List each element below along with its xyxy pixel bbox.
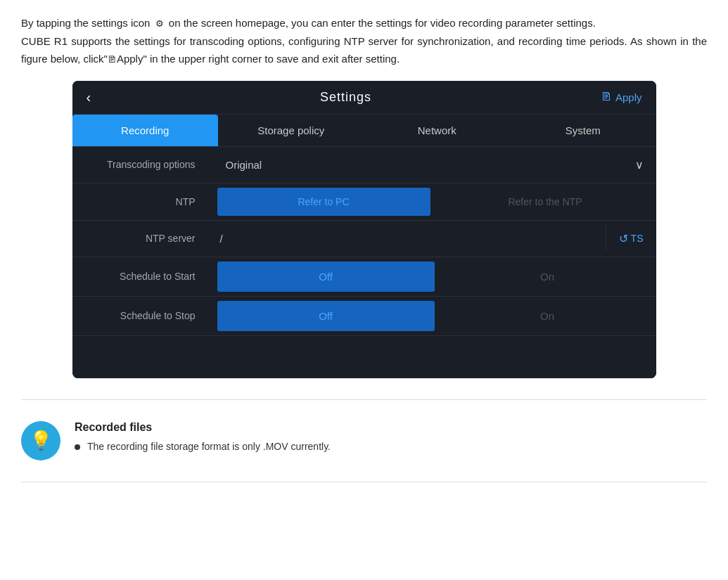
transcoding-row: Transcoding options Original ∨	[72, 147, 656, 183]
tab-network-label: Network	[418, 124, 456, 136]
schedule-start-controls: Off On	[213, 257, 656, 296]
tab-bar: Recording Storage policy Network System	[72, 115, 656, 147]
apply-button[interactable]: 🖹 Apply	[601, 91, 642, 103]
recorded-files-bullet: The recording file storage format is onl…	[75, 441, 707, 452]
schedule-stop-on-button[interactable]: On	[439, 301, 656, 331]
recorded-files-text: The recording file storage format is onl…	[87, 441, 331, 452]
ts-label: TS	[631, 233, 644, 244]
apply-icon-inline: 🖹	[108, 54, 117, 65]
intro-text-1b: on the screen homepage, you can enter th…	[169, 17, 596, 29]
bottom-divider	[21, 482, 707, 482]
ntp-controls: Refer to PC Refer to the NTP	[213, 183, 656, 220]
schedule-stop-off-label: Off	[319, 310, 333, 322]
schedule-start-off-button[interactable]: Off	[217, 262, 435, 292]
intro-paragraph: By tapping the settings icon ⚙︎ on the s…	[21, 14, 707, 68]
recorded-content: Recorded files The recording file storag…	[75, 421, 707, 452]
tab-recording[interactable]: Recording	[72, 115, 219, 146]
intro-text-2b: Apply" in the upper right corner to save…	[117, 53, 400, 65]
tab-system-label: System	[566, 124, 601, 136]
intro-text-1: By tapping the settings icon	[21, 17, 150, 29]
ntp-server-value: /	[213, 233, 606, 245]
tab-system[interactable]: System	[510, 115, 656, 146]
schedule-stop-label: Schedule to Stop	[72, 310, 213, 321]
schedule-start-on-label: On	[540, 271, 554, 283]
schedule-stop-row: Schedule to Stop Off On	[72, 297, 656, 336]
ntp-label: NTP	[72, 196, 213, 207]
top-divider	[21, 399, 707, 400]
transcoding-value: Original	[226, 159, 262, 171]
dropdown-arrow-icon: ∨	[635, 158, 644, 172]
screen-content: Transcoding options Original ∨ NTP Refer…	[72, 147, 656, 378]
schedule-stop-off-button[interactable]: Off	[217, 301, 435, 331]
ntp-refer-ntp-button[interactable]: Refer to the NTP	[439, 188, 652, 216]
schedule-start-label: Schedule to Start	[72, 271, 213, 282]
device-screen: ‹ Settings 🖹 Apply Recording Storage pol…	[72, 81, 656, 378]
ts-button[interactable]: ↺ TS	[606, 226, 656, 251]
apply-icon: 🖹	[601, 91, 612, 103]
ntp-refer-pc-button[interactable]: Refer to PC	[217, 188, 430, 216]
settings-icon: ⚙︎	[155, 18, 164, 29]
screen-title: Settings	[320, 90, 371, 105]
recorded-files-section: 💡 Recorded files The recording file stor…	[21, 414, 707, 468]
tab-storage-label: Storage policy	[257, 124, 324, 136]
lightbulb-icon: 💡	[30, 430, 52, 451]
ts-icon: ↺	[619, 232, 628, 245]
transcoding-label: Transcoding options	[72, 159, 213, 170]
ntp-server-label: NTP server	[72, 233, 213, 244]
ntp-server-controls: / ↺ TS	[213, 226, 656, 251]
tab-storage-policy[interactable]: Storage policy	[218, 115, 364, 146]
tab-recording-label: Recording	[121, 124, 169, 136]
screen-header: ‹ Settings 🖹 Apply	[72, 81, 656, 115]
apply-label: Apply	[615, 91, 642, 103]
schedule-stop-controls: Off On	[213, 297, 656, 335]
ntp-row: NTP Refer to PC Refer to the NTP	[72, 183, 656, 221]
ntp-refer-ntp-label: Refer to the NTP	[508, 196, 582, 207]
transcoding-control[interactable]: Original ∨	[213, 158, 656, 172]
tab-network[interactable]: Network	[364, 115, 511, 146]
ntp-refer-pc-label: Refer to PC	[298, 196, 349, 207]
schedule-start-off-label: Off	[319, 271, 333, 283]
recorded-files-title: Recorded files	[75, 421, 707, 434]
schedule-start-on-button[interactable]: On	[439, 262, 656, 292]
back-button[interactable]: ‹	[87, 89, 91, 105]
recorded-files-icon-circle: 💡	[21, 421, 60, 460]
bullet-dot	[75, 444, 80, 450]
ntp-server-row: NTP server / ↺ TS	[72, 221, 656, 257]
schedule-start-row: Schedule to Start Off On	[72, 257, 656, 297]
schedule-stop-on-label: On	[540, 310, 554, 322]
